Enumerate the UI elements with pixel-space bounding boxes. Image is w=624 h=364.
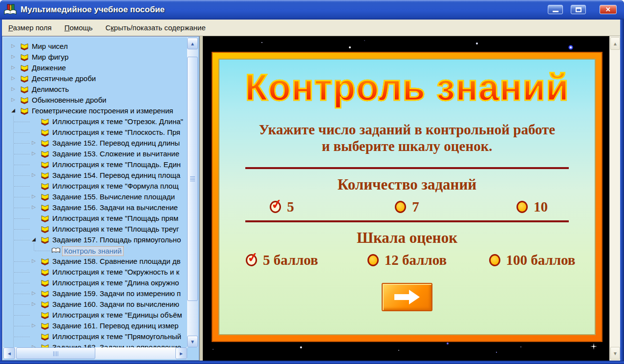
radio-icon[interactable]	[489, 254, 500, 266]
radio-icon[interactable]	[367, 254, 379, 266]
expand-icon[interactable]: ▷	[31, 193, 37, 199]
tree-item[interactable]: ▷Задание 159. Задачи по измерению п	[3, 288, 187, 299]
pane-splitter[interactable]	[199, 36, 203, 361]
expand-icon[interactable]: ▷	[31, 140, 37, 146]
option-label[interactable]: 5	[287, 199, 294, 215]
close-button[interactable]: ✕	[600, 5, 617, 14]
expand-icon[interactable]: ▷	[31, 172, 37, 178]
tree-item[interactable]: ▷Мир чисел	[3, 41, 187, 52]
minimize-button[interactable]	[548, 5, 563, 14]
tree-item[interactable]: ▷Задание 154. Перевод единиц площа	[3, 170, 187, 181]
tree-item[interactable]: Иллюстрация к теме "Площадь. Един	[3, 159, 187, 170]
tree-item[interactable]: Иллюстрация к теме "Формула площ	[3, 181, 187, 192]
scroll-up-icon[interactable]: ▲	[187, 38, 198, 49]
tree-item[interactable]: ▷Задание 161. Перевод единиц измер	[3, 321, 187, 331]
scroll-up-icon[interactable]: ▲	[610, 37, 620, 50]
tree-item-label[interactable]: Задание 155. Вычисление площади	[52, 193, 175, 201]
menu-item-2[interactable]: Скрыть/показать содержание	[99, 20, 212, 36]
tree-item-label[interactable]: Делимость	[32, 85, 69, 94]
tree-item-label[interactable]: Иллюстрация к теме "Отрезок. Длина"	[52, 117, 183, 126]
tree-item-label[interactable]: Иллюстрация к теме "Площадь. Един	[52, 160, 181, 169]
expand-icon[interactable]: ▷	[31, 258, 37, 264]
tree-item-label[interactable]: Движение	[32, 64, 66, 72]
tree-item[interactable]: ▷Задание 153. Сложение и вычитание	[3, 149, 187, 159]
tree-item[interactable]: Иллюстрация к теме "Единицы объём	[3, 310, 187, 321]
option-100-баллов[interactable]: 100 баллов	[470, 252, 595, 268]
tree-item-label[interactable]: Иллюстрация к теме "Прямоугольный	[52, 332, 181, 341]
radio-icon[interactable]	[395, 201, 406, 213]
scroll-down-icon[interactable]: ▼	[610, 347, 620, 360]
tree-item-label[interactable]: Задание 162. Задачи на определение	[52, 343, 181, 347]
menu-item-0[interactable]: Размер поля	[2, 20, 58, 36]
expand-icon[interactable]: ▷	[10, 97, 16, 103]
tree-item[interactable]: ▷Задание 160. Задачи по вычислению	[3, 299, 187, 310]
tree-item[interactable]: Иллюстрация к теме "Отрезок. Длина"	[3, 116, 187, 127]
scroll-left-icon[interactable]: ◄	[3, 347, 15, 359]
tree-item-label[interactable]: Десятичные дроби	[32, 74, 96, 83]
tree-item[interactable]: Иллюстрация к теме "Площадь прям	[3, 213, 187, 224]
tree-item[interactable]: Иллюстрация к теме "Окружность и к	[3, 267, 187, 278]
radio-icon[interactable]	[516, 201, 528, 213]
tree-item-label[interactable]: Задание 157. Площадь прямоугольно	[52, 236, 181, 244]
option-label[interactable]: 5 баллов	[263, 252, 318, 268]
tree-item-label[interactable]: Задание 160. Задачи по вычислению	[52, 300, 179, 309]
tree-item-label[interactable]: Иллюстрация к теме "Площадь треуг	[52, 225, 179, 234]
maximize-button[interactable]	[571, 5, 586, 14]
tree-item-label[interactable]: Задание 153. Сложение и вычитание	[52, 150, 179, 158]
tree-item-label[interactable]: Обыкновенные дроби	[32, 96, 107, 105]
expand-icon[interactable]: ▷	[31, 301, 37, 307]
content-vertical-scrollbar[interactable]: ▲ ▼	[609, 36, 620, 361]
expand-icon[interactable]: ▷	[31, 204, 37, 210]
option-label[interactable]: 100 баллов	[506, 252, 576, 268]
option-label[interactable]: 7	[412, 199, 419, 215]
tree-item[interactable]: ▷Задание 156. Задачи на вычисление	[3, 202, 187, 213]
expand-icon[interactable]: ▷	[10, 64, 16, 70]
expand-icon[interactable]: ▷	[10, 43, 16, 49]
tree-item-label[interactable]: Задание 158. Сравнение площади дв	[52, 257, 180, 266]
tree-item-label[interactable]: Задание 152. Перевод единиц длины	[52, 139, 180, 148]
expand-icon[interactable]: ▷	[31, 344, 37, 347]
tree-item[interactable]: ▷Задание 158. Сравнение площади дв	[3, 256, 187, 267]
collapse-icon[interactable]: ◢	[10, 107, 16, 113]
tree-item[interactable]: ▷Обыкновенные дроби	[3, 95, 187, 106]
tree-item-label-selected[interactable]: Контроль знаний	[62, 246, 124, 256]
tree-item[interactable]: Иллюстрация к теме "Прямоугольный	[3, 331, 187, 342]
expand-icon[interactable]: ▷	[10, 86, 16, 92]
tree-item[interactable]: ▷Задание 152. Перевод единиц длины	[3, 138, 187, 149]
tree-item-label[interactable]: Задание 156. Задачи на вычисление	[52, 203, 178, 212]
tree-vertical-scrollbar[interactable]: ▲ ▼	[187, 38, 198, 347]
next-button[interactable]	[382, 283, 432, 311]
tree-item-label[interactable]: Задание 161. Перевод единиц измер	[52, 321, 178, 330]
option-5-баллов[interactable]: ✓5 баллов	[219, 252, 344, 268]
tree-item[interactable]: Иллюстрация к теме "Длина окружно	[3, 278, 187, 288]
scroll-down-icon[interactable]: ▼	[187, 336, 198, 347]
option-7[interactable]: 7	[344, 198, 470, 215]
tree-hscroll-thumb[interactable]	[16, 347, 95, 359]
expand-icon[interactable]: ▷	[31, 322, 37, 328]
expand-icon[interactable]: ▷	[31, 150, 37, 156]
tree-item-label[interactable]: Иллюстрация к теме "Плоскость. Пря	[52, 128, 180, 137]
tree-item-label[interactable]: Мир фигур	[32, 53, 68, 62]
radio-checked-icon[interactable]: ✓	[246, 254, 257, 266]
tree-item-label[interactable]: Задание 159. Задачи по измерению п	[52, 289, 181, 298]
expand-icon[interactable]: ▷	[10, 54, 16, 60]
tree-item[interactable]: ▷Десятичные дроби	[3, 73, 187, 84]
tree-item-label[interactable]: Иллюстрация к теме "Окружность и к	[52, 268, 179, 277]
tree-item[interactable]: ▷Задание 155. Вычисление площади	[3, 192, 187, 202]
option-label[interactable]: 10	[534, 199, 548, 215]
tree-item-label[interactable]: Иллюстрация к теме "Длина окружно	[52, 278, 179, 287]
option-10[interactable]: 10	[470, 198, 595, 215]
tree-item[interactable]: ◢Задание 157. Площадь прямоугольно	[3, 235, 187, 245]
collapse-icon[interactable]: ◢	[31, 236, 37, 242]
expand-icon[interactable]: ▷	[10, 75, 16, 81]
option-12-баллов[interactable]: 12 баллов	[344, 252, 470, 268]
tree-item-label[interactable]: Мир чисел	[32, 42, 68, 51]
tree-vscroll-thumb[interactable]	[187, 57, 198, 301]
tree-item-label[interactable]: Иллюстрация к теме "Единицы объём	[52, 311, 182, 320]
tree-item-label[interactable]: Иллюстрация к теме "Формула площ	[52, 182, 179, 191]
option-label[interactable]: 12 баллов	[385, 252, 447, 268]
option-5[interactable]: ✓5	[219, 198, 344, 215]
tree-item[interactable]: ▷Мир фигур	[3, 52, 187, 63]
tree-item-label[interactable]: Задание 154. Перевод единиц площа	[52, 171, 180, 180]
tree-item[interactable]: Иллюстрация к теме "Плоскость. Пря	[3, 127, 187, 138]
